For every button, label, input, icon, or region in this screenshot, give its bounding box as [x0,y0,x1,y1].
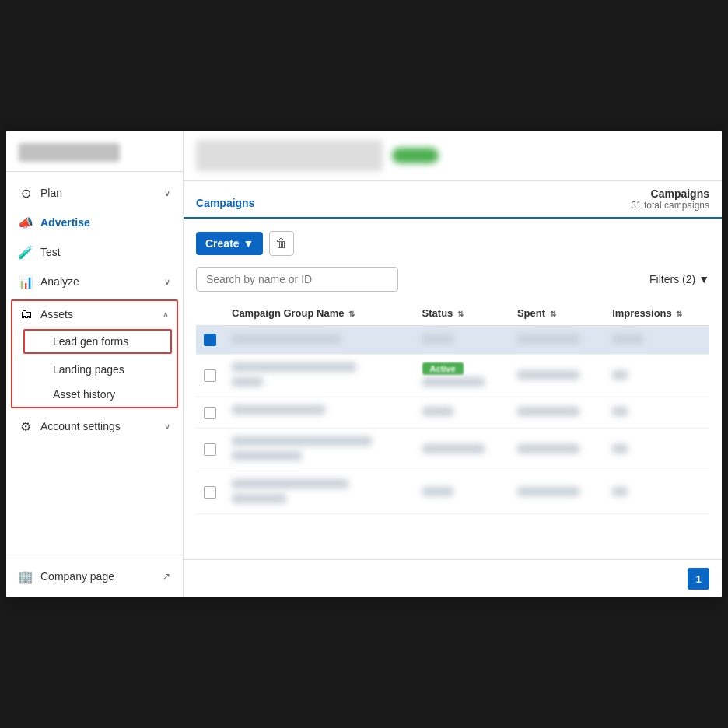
row-status-value [422,334,453,344]
row-impressions-value [612,334,643,344]
row-spent-value [517,444,579,453]
ui-window: ⊙ Plan ∨ 📣 Advertise 🧪 Test 📊 Ana [6,131,722,597]
sidebar-item-company-page[interactable]: 🏢 Company page ↗ [6,562,183,591]
row-impressions-cell [604,471,709,514]
sidebar-item-plan[interactable]: ⊙ Plan ∨ [6,178,183,208]
analyze-icon: 📊 [19,275,33,289]
asset-history-label: Asset history [53,388,115,401]
assets-sub-nav: Lead gen forms Landing pages Asset histo… [12,329,177,407]
row-check-cell [196,326,224,355]
filters-chevron-icon: ▼ [698,273,709,285]
col-header-status[interactable]: Status ⇅ [415,301,509,326]
row-checkbox[interactable] [204,486,216,499]
row-impressions-cell [604,429,709,471]
row-name-sub [232,451,302,460]
row-checkbox[interactable] [204,407,216,419]
sidebar-logo-area [6,131,183,172]
col-header-spent[interactable]: Spent ⇅ [509,301,604,326]
sidebar-item-assets[interactable]: 🗂 Assets ∧ [12,301,177,327]
sidebar-item-analyze[interactable]: 📊 Analyze ∨ [6,267,183,296]
row-impressions-value [612,370,628,380]
row-spent-value [517,370,579,380]
row-name-cell [224,397,415,429]
tab-right-info: Campaigns 31 total campaigns [631,181,709,217]
row-checkbox[interactable] [204,443,216,456]
company-page-icon: 🏢 [19,569,33,583]
col-header-name[interactable]: Campaign Group Name ⇅ [224,301,415,326]
row-status-cell [415,429,509,471]
row-name-cell [224,355,415,397]
row-spent-cell [509,355,604,397]
row-impressions-cell [604,326,709,355]
lead-gen-forms-label: Lead gen forms [53,335,128,348]
row-name-cell [224,429,415,471]
trash-icon: 🗑 [275,236,288,250]
assets-icon: 🗂 [20,307,33,321]
row-name-value [232,362,356,372]
campaigns-title: Campaigns [631,187,709,200]
sidebar-item-test[interactable]: 🧪 Test [6,237,183,267]
sidebar-item-landing-pages[interactable]: Landing pages [19,357,177,382]
company-page-label: Company page [40,570,155,583]
test-icon: 🧪 [19,245,33,259]
col-header-impressions[interactable]: Impressions ⇅ [604,301,709,326]
campaigns-tab-label: Campaigns [196,197,254,209]
search-input[interactable] [196,267,398,292]
trash-button[interactable]: 🗑 [269,231,294,256]
sidebar-item-advertise[interactable]: 📣 Advertise [6,208,183,237]
row-impressions-cell [604,397,709,429]
assets-chevron: ∧ [163,310,169,320]
row-status-cell: Active [415,355,509,397]
table-header-row: Campaign Group Name ⇅ Status ⇅ Spent ⇅ I… [196,301,709,326]
row-impressions-value [612,487,628,496]
row-name-cell [224,471,415,514]
sidebar-bottom: 🏢 Company page ↗ [6,555,183,597]
row-spent-cell [509,397,604,429]
filters-button[interactable]: Filters (2) ▼ [649,273,709,285]
app-container: ⊙ Plan ∨ 📣 Advertise 🧪 Test 📊 Ana [0,0,728,728]
page-number: 1 [695,573,701,585]
main-content: Campaigns Campaigns 31 total campaigns C… [184,131,722,597]
test-label: Test [40,246,170,258]
col-header-check [196,301,224,326]
table-row: Active [196,355,709,397]
sidebar-assets-section: 🗂 Assets ∧ Lead gen forms Lan [11,299,178,408]
row-name-value [232,405,325,415]
status-green-badge: Active [422,362,464,375]
row-check-cell [196,429,224,471]
row-spent-value [517,487,579,496]
row-status-cell [415,471,509,514]
row-spent-cell [509,471,604,514]
create-button[interactable]: Create ▼ [196,232,263,255]
table-container: Campaign Group Name ⇅ Status ⇅ Spent ⇅ I… [196,301,709,514]
create-label: Create [205,237,240,250]
sidebar-nav: ⊙ Plan ∨ 📣 Advertise 🧪 Test 📊 Ana [6,172,183,555]
row-checkbox[interactable] [204,334,216,346]
plan-icon: ⊙ [19,186,33,200]
status-badge-top [392,148,439,163]
page-1-button[interactable]: 1 [688,568,709,590]
row-status-cell [415,326,509,355]
create-chevron-icon: ▼ [243,237,254,250]
plan-label: Plan [40,187,156,199]
tab-campaigns[interactable]: Campaigns [196,189,254,219]
assets-label: Assets [40,308,155,320]
sidebar-item-account-settings[interactable]: ⚙ Account settings ∨ [6,411,183,441]
account-settings-label: Account settings [40,420,156,432]
row-check-cell [196,471,224,514]
search-bar: Filters (2) ▼ [196,267,709,292]
tab-bar: Campaigns Campaigns 31 total campaigns [184,181,722,219]
analyze-chevron: ∨ [164,277,170,287]
row-name-value [232,479,348,488]
row-name-sub [232,377,263,387]
row-status-sub [422,377,485,387]
sidebar-item-lead-gen-forms[interactable]: Lead gen forms [25,331,170,352]
filters-label: Filters (2) [649,273,695,285]
account-dropdown[interactable] [196,140,383,171]
sidebar-item-asset-history[interactable]: Asset history [19,382,177,407]
row-checkbox[interactable] [204,369,216,382]
row-impressions-value [612,444,628,453]
sidebar: ⊙ Plan ∨ 📣 Advertise 🧪 Test 📊 Ana [6,131,184,597]
external-link-icon: ↗ [163,571,170,582]
campaigns-count: 31 total campaigns [631,200,709,211]
